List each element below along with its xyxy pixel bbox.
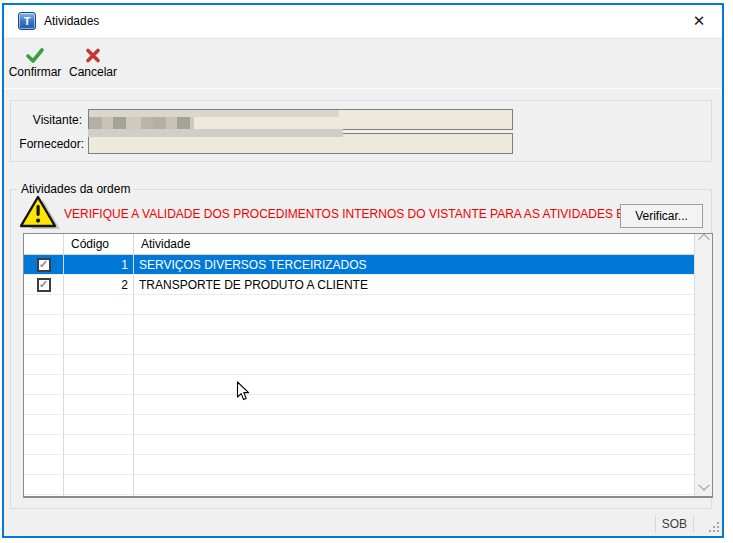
row-checkbox-cell bbox=[24, 495, 64, 498]
table-row[interactable]: ✓2TRANSPORTE DE PRODUTO A CLIENTE bbox=[24, 275, 695, 295]
atividade-cell bbox=[134, 455, 695, 474]
table-row[interactable] bbox=[24, 475, 695, 495]
table-row[interactable] bbox=[24, 415, 695, 435]
row-checkbox-cell bbox=[24, 295, 64, 314]
window-title: Atividades bbox=[44, 14, 99, 28]
row-checkbox-cell bbox=[24, 355, 64, 374]
visitor-panel: Visitante: Fornecedor: bbox=[10, 100, 712, 162]
atividade-cell: SERVIÇOS DIVERSOS TERCEIRIZADOS bbox=[134, 255, 695, 274]
verify-button[interactable]: Verificar... bbox=[620, 204, 703, 228]
codigo-cell bbox=[64, 415, 134, 434]
codigo-cell: 1 bbox=[64, 255, 134, 274]
row-checkbox-cell[interactable]: ✓ bbox=[24, 255, 64, 274]
codigo-cell bbox=[64, 375, 134, 394]
check-glyph: ✓ bbox=[39, 259, 48, 270]
row-checkbox-cell bbox=[24, 475, 64, 494]
activities-table: Código Atividade ✓1SERVIÇOS DIVERSOS TER… bbox=[23, 233, 713, 498]
checkbox-checked-icon[interactable]: ✓ bbox=[37, 258, 51, 272]
x-icon bbox=[84, 47, 102, 64]
codigo-cell bbox=[64, 475, 134, 494]
close-button[interactable]: ✕ bbox=[686, 9, 712, 33]
confirm-label: Confirmar bbox=[9, 65, 62, 79]
scroll-down-button[interactable] bbox=[695, 480, 712, 496]
fornecedor-label: Fornecedor: bbox=[11, 137, 84, 151]
table-row[interactable] bbox=[24, 355, 695, 375]
row-checkbox-cell bbox=[24, 315, 64, 334]
chevron-down-icon bbox=[698, 480, 709, 491]
checkbox-header-cell bbox=[24, 234, 64, 254]
row-checkbox-cell bbox=[24, 435, 64, 454]
codigo-cell: 2 bbox=[64, 275, 134, 294]
resize-grip-icon[interactable] bbox=[708, 521, 719, 532]
row-checkbox-cell[interactable]: ✓ bbox=[24, 275, 64, 294]
redacted-value bbox=[89, 110, 339, 129]
atividade-cell bbox=[134, 355, 695, 374]
table-row[interactable] bbox=[24, 435, 695, 455]
atividade-header[interactable]: Atividade bbox=[134, 234, 695, 254]
codigo-cell bbox=[64, 315, 134, 334]
scroll-up-button[interactable] bbox=[695, 234, 712, 250]
close-icon: ✕ bbox=[693, 12, 706, 30]
atividade-cell bbox=[134, 315, 695, 334]
atividade-cell bbox=[134, 495, 695, 498]
group-title: Atividades da ordem bbox=[17, 182, 134, 196]
table-row[interactable] bbox=[24, 335, 695, 355]
title-bar: T Atividades ✕ bbox=[4, 5, 722, 37]
visitante-label: Visitante: bbox=[11, 113, 82, 127]
table-row[interactable] bbox=[24, 315, 695, 335]
status-separator bbox=[655, 516, 656, 532]
row-checkbox-cell bbox=[24, 415, 64, 434]
atividade-cell bbox=[134, 375, 695, 394]
check-icon bbox=[25, 47, 45, 64]
cancel-label: Cancelar bbox=[69, 65, 117, 79]
table-header: Código Atividade bbox=[24, 234, 695, 255]
app-icon: T bbox=[18, 12, 36, 30]
checkbox-checked-icon[interactable]: ✓ bbox=[37, 278, 51, 292]
warning-icon bbox=[20, 195, 60, 231]
codigo-cell bbox=[64, 335, 134, 354]
chevron-up-icon bbox=[698, 234, 709, 245]
table-row[interactable] bbox=[24, 375, 695, 395]
atividade-cell bbox=[134, 435, 695, 454]
dialog-window: T Atividades ✕ Confirmar Cancelar Visita… bbox=[2, 3, 724, 538]
table-row[interactable]: ✓1SERVIÇOS DIVERSOS TERCEIRIZADOS bbox=[24, 255, 695, 275]
row-checkbox-cell bbox=[24, 335, 64, 354]
toolbar: Confirmar Cancelar bbox=[4, 37, 722, 89]
table-row[interactable] bbox=[24, 455, 695, 475]
redaction-strip bbox=[88, 129, 343, 137]
codigo-header[interactable]: Código bbox=[64, 234, 134, 254]
check-glyph: ✓ bbox=[39, 279, 48, 290]
status-separator bbox=[693, 516, 694, 532]
atividade-cell bbox=[134, 415, 695, 434]
table-row[interactable] bbox=[24, 295, 695, 315]
codigo-cell bbox=[64, 355, 134, 374]
codigo-cell bbox=[64, 395, 134, 414]
cancel-button[interactable]: Cancelar bbox=[64, 39, 122, 86]
verify-label: Verificar... bbox=[635, 209, 688, 223]
atividade-cell bbox=[134, 475, 695, 494]
row-checkbox-cell bbox=[24, 455, 64, 474]
row-checkbox-cell bbox=[24, 375, 64, 394]
atividade-cell bbox=[134, 395, 695, 414]
codigo-cell bbox=[64, 495, 134, 498]
vertical-scrollbar[interactable] bbox=[694, 234, 712, 496]
table-row[interactable] bbox=[24, 495, 695, 498]
visitante-field[interactable] bbox=[88, 109, 513, 130]
codigo-cell bbox=[64, 435, 134, 454]
atividade-cell bbox=[134, 335, 695, 354]
status-bar: SOB bbox=[4, 511, 722, 536]
status-mode: SOB bbox=[662, 517, 687, 531]
table-row[interactable] bbox=[24, 395, 695, 415]
warning-message: VERIFIQUE A VALIDADE DOS PROCEDIMENTOS I… bbox=[64, 207, 694, 221]
codigo-cell bbox=[64, 295, 134, 314]
row-checkbox-cell bbox=[24, 395, 64, 414]
codigo-cell bbox=[64, 455, 134, 474]
atividade-cell: TRANSPORTE DE PRODUTO A CLIENTE bbox=[134, 275, 695, 294]
atividade-cell bbox=[134, 295, 695, 314]
confirm-button[interactable]: Confirmar bbox=[6, 39, 64, 86]
activities-group: Atividades da ordem VERIFIQUE A VALIDADE… bbox=[10, 189, 712, 509]
table-rows: ✓1SERVIÇOS DIVERSOS TERCEIRIZADOS✓2TRANS… bbox=[24, 255, 712, 498]
